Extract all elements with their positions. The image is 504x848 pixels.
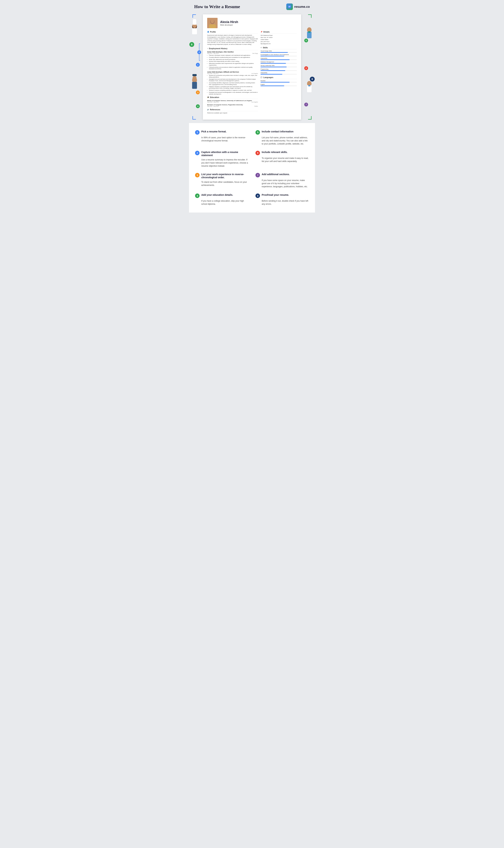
steps-section: 1 Pick a resume format. In 99% of cases,… bbox=[189, 123, 315, 213]
profile-section: 👤 Profile Experienced web developer adep… bbox=[207, 31, 258, 46]
step-8-title: Proofread your resume. bbox=[262, 193, 289, 196]
step-7-body: If you have some space on your resume, m… bbox=[255, 179, 309, 188]
skill-adaptability-2: Adaptability bbox=[260, 72, 297, 75]
step-3-body: To stand out from other candidates, focu… bbox=[195, 181, 249, 187]
employment-header: ≡ Employment History bbox=[207, 48, 258, 50]
svg-rect-15 bbox=[308, 31, 310, 33]
step-5-badge: 5 bbox=[255, 130, 260, 134]
job-2-title: Junior Web Developer, Millbank and Morri… bbox=[207, 71, 258, 73]
page-title: How to Write a Resume bbox=[194, 4, 240, 10]
bullet: Worked as a productive and positive team… bbox=[209, 75, 258, 78]
step-5-title: Include contact information bbox=[262, 130, 293, 133]
svg-rect-2 bbox=[289, 7, 290, 7]
skill-bar-bg-5 bbox=[260, 67, 297, 67]
edu-2-location: Malibu bbox=[254, 106, 258, 107]
bullet: Managed front-end and back-end developme… bbox=[209, 78, 258, 82]
skill-bar-fill-5 bbox=[260, 67, 287, 67]
corner-decoration-br bbox=[308, 116, 311, 120]
step-2-body: Use a resume summary to impress the recr… bbox=[195, 158, 249, 167]
education-section: 🎓 Education Master of Computer Science, … bbox=[207, 96, 258, 107]
languages-section: 💬 Languages Brazilian English bbox=[260, 76, 297, 86]
lang-bar-bg-1 bbox=[260, 82, 297, 83]
step-3-header: 3 List your work experience in reverse-c… bbox=[195, 173, 249, 179]
resume-paper: Alexia Hirsh Web developer 👤 Profile Exp… bbox=[203, 14, 301, 120]
step-2-header: 2 Capture attention with a resume statem… bbox=[195, 150, 249, 157]
step-7-title: Add additional sections. bbox=[262, 173, 290, 176]
detail-line-1: 333 Oklahoma Road bbox=[260, 34, 297, 37]
badge-5-right: 5 bbox=[304, 39, 308, 42]
bullet: Effectively translated client requiremen… bbox=[209, 62, 258, 66]
svg-rect-1 bbox=[289, 6, 291, 6]
bullet: Worked to assess competing websites in r… bbox=[209, 89, 258, 91]
step-4-header: 4 Add your education details. bbox=[195, 193, 249, 198]
resume-preview-section: 8 1 3 4 5 6 8 7 bbox=[189, 13, 315, 123]
skill-ux: Knowledgable in User Interface/ User Exp… bbox=[260, 54, 297, 56]
skill-name-7: Adaptability bbox=[260, 72, 297, 74]
badge-8-right: 8 bbox=[310, 77, 314, 82]
skill-bar-fill-3 bbox=[260, 59, 290, 60]
education-icon: 🎓 bbox=[207, 96, 209, 98]
svg-rect-18 bbox=[308, 85, 310, 86]
skill-programming: Programming bbox=[260, 68, 297, 71]
resume-left-col: 👤 Profile Experienced web developer adep… bbox=[207, 31, 258, 116]
lang-bar-fill-2 bbox=[260, 86, 284, 86]
edu-2-dates: Aug 2004 - Aug 2008 bbox=[207, 106, 219, 107]
details-title: Details bbox=[263, 31, 269, 33]
right-chars-svg bbox=[304, 16, 315, 113]
skill-name-2: Knowledgable in User Interface/ User Exp… bbox=[260, 54, 297, 55]
bullet: Followed policies and procedures related… bbox=[209, 67, 258, 70]
logo-text: resume.co bbox=[294, 5, 310, 8]
profile-icon: 👤 bbox=[207, 31, 209, 33]
corner-decoration-bl bbox=[193, 116, 196, 120]
badge-8-left: 8 bbox=[190, 42, 194, 47]
skill-bar-fill-2 bbox=[260, 56, 284, 56]
bullet: Provided effective troubleshooting and r… bbox=[209, 57, 258, 58]
skills-icon: ⚙ bbox=[260, 47, 262, 49]
bullet: Evaluated and became knowledgeable in ne… bbox=[209, 92, 258, 95]
skill-db: Database Management bbox=[260, 61, 297, 64]
job-1-dates: Aug 2011 - Sep 2019 bbox=[207, 53, 219, 54]
resume-name: Alexia Hirsh bbox=[220, 20, 238, 24]
references-text: References available upon request bbox=[207, 112, 258, 114]
skills-section: ⚙ Skills Visual Design Skills Knowledgab… bbox=[260, 47, 297, 75]
lang-bar-bg-2 bbox=[260, 86, 297, 86]
job-2-dates: Aug 2008 - Aug 2011 bbox=[207, 73, 219, 74]
skill-bar-fill-7 bbox=[260, 74, 282, 75]
skill-name-3: Adaptability bbox=[260, 57, 297, 59]
detail-line-4: (917) 407-5112 bbox=[260, 41, 297, 43]
step-6-badge: 6 bbox=[255, 151, 260, 155]
edu-1: Master of Computer Science, University o… bbox=[207, 100, 258, 103]
step-8-header: 8 Proofread your resume. bbox=[255, 193, 309, 198]
page-header: How to Write a Resume resume.co bbox=[189, 0, 315, 13]
skill-bar-bg-7 bbox=[260, 74, 297, 75]
job-2-bullets: Worked as a productive and positive team… bbox=[207, 75, 258, 95]
step-7-header: 7 Add additional sections. bbox=[255, 173, 309, 177]
edu-2-meta: Aug 2004 - Aug 2008 Malibu bbox=[207, 106, 258, 107]
education-header: 🎓 Education bbox=[207, 96, 258, 99]
svg-rect-8 bbox=[193, 19, 196, 20]
job-2: Junior Web Developer, Millbank and Morri… bbox=[207, 71, 258, 95]
detail-line-5: Mj12@gmail.com bbox=[260, 43, 297, 45]
references-section: 🔊 References References available upon r… bbox=[207, 109, 258, 114]
skill-bar-bg-6 bbox=[260, 70, 297, 71]
references-header: 🔊 References bbox=[207, 109, 258, 111]
edu-2-degree: Bachelor of Computer Science, Pepperdine… bbox=[207, 104, 258, 106]
skill-bar-bg-3 bbox=[260, 59, 297, 60]
edu-1-dates: Aug 2008 - May 2010 bbox=[207, 102, 219, 103]
lang-name-2: English bbox=[260, 84, 297, 85]
skill-bar-bg-4 bbox=[260, 63, 297, 64]
svg-point-22 bbox=[211, 19, 214, 23]
step-5-header: 5 Include contact information bbox=[255, 130, 309, 134]
job-2-meta: Aug 2008 - Aug 2011 Los Angeles bbox=[207, 73, 258, 74]
step-8: 8 Proofread your resume. Before sending … bbox=[252, 191, 310, 208]
badge-4-left: 4 bbox=[196, 104, 200, 108]
lang-bar-fill-1 bbox=[260, 82, 290, 83]
svg-rect-7 bbox=[193, 20, 196, 25]
bullet: Helped to achieve a consistent look and … bbox=[209, 86, 258, 89]
svg-point-11 bbox=[193, 76, 197, 81]
details-body: 333 Oklahoma Road New York, NY 10024 Uni… bbox=[260, 34, 297, 45]
education-title: Education bbox=[210, 96, 219, 98]
bullet: Planned, developed, tested, deployed, an… bbox=[209, 55, 258, 56]
skill-name-5: Strong Leadership Skills bbox=[260, 65, 297, 66]
steps-grid: 1 Pick a resume format. In 99% of cases,… bbox=[194, 127, 310, 208]
